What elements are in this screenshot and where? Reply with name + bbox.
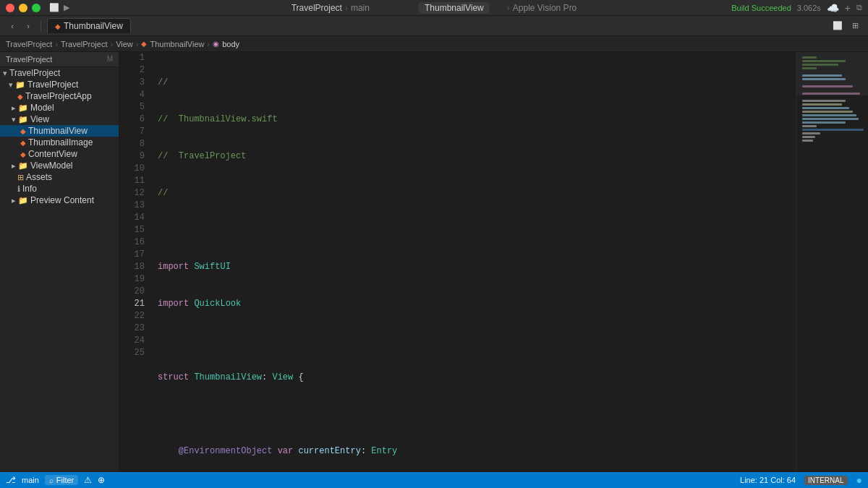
- layout-toggle[interactable]: ⊞: [848, 20, 862, 33]
- file-tab[interactable]: ◆ ThumbnailView: [47, 18, 131, 33]
- sidebar-item-app[interactable]: ◆ TravelProjectApp: [0, 90, 119, 102]
- breadcrumb-sep4: ›: [207, 40, 210, 48]
- sidebar-item-root[interactable]: ▾ TravelProject: [0, 67, 119, 79]
- swift-file-icon: ◆: [55, 22, 61, 30]
- line-num-14: 14: [119, 212, 145, 224]
- sidebar-item-view-folder[interactable]: ▾ 📁 View: [0, 114, 119, 125]
- line-num-21: 21: [119, 298, 145, 310]
- chevron-down-icon: ▾: [3, 69, 7, 78]
- code-line-1: //: [158, 77, 796, 89]
- sidebar-header: TravelProject M: [0, 52, 119, 67]
- sidebar-item-thumbnailview[interactable]: ◆ ThumbnailView: [0, 125, 119, 137]
- close-button[interactable]: [6, 4, 14, 12]
- breadcrumb-item-2[interactable]: TravelProject: [61, 40, 107, 48]
- line-num-5: 5: [119, 101, 145, 114]
- internal-badge: INTERNAL: [804, 476, 847, 485]
- line-num-16: 16: [119, 236, 145, 249]
- breadcrumb-func-icon: ◉: [213, 40, 219, 48]
- folder-icon-1: 📁: [15, 80, 25, 90]
- inspector-toggle[interactable]: ⬜: [830, 20, 845, 33]
- sidebar-toggle-icon[interactable]: ⬜: [49, 3, 59, 12]
- sidebar-label: TravelProject: [9, 68, 60, 78]
- sidebar-item-assets[interactable]: ⊞ Assets: [0, 171, 119, 183]
- sidebar-item-preview-content[interactable]: ▸ 📁 Preview Content: [0, 194, 119, 206]
- sidebar-item-thumbnailimage[interactable]: ◆ ThumbnailImage: [0, 137, 119, 148]
- status-right: Line: 21 Col: 64 INTERNAL ●: [740, 474, 862, 486]
- split-view-icon[interactable]: ⧉: [856, 3, 862, 12]
- breadcrumb-sep2: ›: [110, 40, 113, 48]
- error-icon: ⊕: [98, 475, 105, 485]
- minimap-panel: [796, 52, 868, 472]
- line-num-1: 1: [119, 52, 145, 64]
- swift-icon-thumbimg: ◆: [20, 139, 26, 147]
- code-editor[interactable]: 1 2 3 4 5 6 7 8 9 10 11 12 13 14 15 16 1…: [119, 52, 796, 472]
- code-line-4: //: [158, 187, 796, 200]
- project-name-label: TravelProject: [6, 55, 52, 64]
- status-branch: main: [22, 476, 39, 484]
- breadcrumb-item-active[interactable]: body: [222, 40, 239, 48]
- folder-icon-preview: 📁: [18, 196, 28, 205]
- breadcrumb-sep3: ›: [136, 40, 139, 48]
- platform-label: Apple Vision Pro: [513, 3, 577, 13]
- back-button[interactable]: ‹: [6, 20, 19, 33]
- titlebar-right: Build Succeeded 3.062s ☁️ + ⧉: [731, 2, 862, 14]
- breadcrumb-item-4[interactable]: ThumbnailView: [150, 40, 204, 48]
- line-num-6: 6: [119, 114, 145, 126]
- source-control-icon[interactable]: ⎇: [6, 475, 16, 485]
- line-num-17: 17: [119, 249, 145, 261]
- build-time: 3.062s: [797, 4, 821, 12]
- chevron-right-icon2: ▸: [12, 161, 16, 171]
- sidebar-item-contentview[interactable]: ◆ ContentView: [0, 148, 119, 160]
- breadcrumb: TravelProject › TravelProject › View › ◆…: [0, 36, 868, 52]
- maximize-button[interactable]: [32, 4, 41, 12]
- breadcrumb-swift-icon: ◆: [141, 40, 147, 48]
- sidebar-item-info[interactable]: ℹ Info: [0, 183, 119, 194]
- sidebar-item-model[interactable]: ▸ 📁 Model: [0, 102, 119, 114]
- forward-button[interactable]: ›: [22, 20, 35, 33]
- title-center: TravelProject › main ThumbnailView › App…: [292, 2, 577, 14]
- line-num-15: 15: [119, 224, 145, 236]
- window-controls: ⬜ ▶: [6, 3, 69, 12]
- filter-control[interactable]: ⌕ Filter: [45, 475, 78, 485]
- code-line-9: struct ThumbnailView: View {: [158, 372, 796, 384]
- code-content[interactable]: // // ThumbnailView.swift // TravelProje…: [152, 52, 796, 472]
- chevron-right-icon: ▸: [12, 103, 16, 113]
- statusbar: ⎇ main ⌕ Filter ⚠ ⊕ Line: 21 Col: 64 INT…: [0, 472, 868, 488]
- sidebar-label-view: View: [30, 114, 49, 124]
- breadcrumb-item-1[interactable]: TravelProject: [6, 40, 52, 48]
- line-num-20: 20: [119, 286, 145, 298]
- file-tab-label: ThumbnailView: [64, 21, 123, 31]
- line-num-13: 13: [119, 200, 145, 212]
- sidebar-label-thumbview: ThumbnailView: [28, 126, 88, 136]
- sidebar-label-vm: ViewModel: [30, 160, 72, 171]
- folder-icon-vm: 📁: [18, 161, 28, 171]
- swift-icon-app: ◆: [17, 93, 23, 100]
- line-num-8: 8: [119, 138, 145, 150]
- play-button[interactable]: ▶: [64, 3, 69, 12]
- main-area: TravelProject M ▾ TravelProject ▾ 📁 Trav…: [0, 52, 868, 472]
- code-area[interactable]: 1 2 3 4 5 6 7 8 9 10 11 12 13 14 15 16 1…: [119, 52, 796, 472]
- code-line-11: @EnvironmentObject var currentEntry: Ent…: [158, 445, 796, 458]
- minimize-button[interactable]: [19, 4, 27, 12]
- swift-icon-content: ◆: [20, 150, 26, 158]
- swift-icon-thumb: ◆: [20, 127, 26, 135]
- toolbar: ‹ › ◆ ThumbnailView ⬜ ⊞: [0, 16, 868, 36]
- sidebar-item-viewmodel[interactable]: ▸ 📁 ViewModel: [0, 160, 119, 171]
- sidebar-item-travelproject[interactable]: ▾ 📁 TravelProject: [0, 79, 119, 90]
- sidebar-filter-icon[interactable]: M: [107, 55, 113, 63]
- active-tab-title[interactable]: ThumbnailView: [419, 2, 490, 14]
- line-num-11: 11: [119, 175, 145, 187]
- add-tab-button[interactable]: +: [845, 2, 851, 14]
- line-num-12: 12: [119, 187, 145, 200]
- breadcrumb-item-3[interactable]: View: [116, 40, 133, 48]
- folder-icon-model: 📁: [18, 103, 28, 113]
- title-sep1: ›: [345, 3, 348, 13]
- chevron-down-icon3: ▾: [12, 115, 16, 124]
- folder-icon-view: 📁: [18, 115, 28, 124]
- titlebar: ⬜ ▶ TravelProject › main ThumbnailView ›…: [0, 0, 868, 16]
- code-line-10: [158, 408, 796, 421]
- title-sep2: ›: [507, 3, 510, 13]
- filter-icon: ⌕: [49, 476, 54, 484]
- sidebar-label-tp: TravelProject: [27, 80, 78, 90]
- line-num-22: 22: [119, 310, 145, 322]
